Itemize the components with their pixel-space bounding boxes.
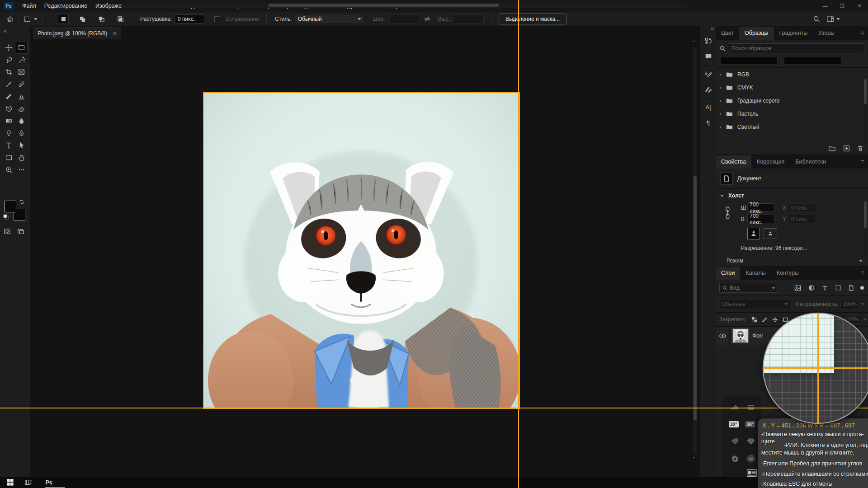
gradient-tool[interactable] — [2, 115, 15, 127]
feather-input[interactable]: 0 пикс. — [175, 14, 204, 23]
style-select[interactable]: Обычный — [295, 14, 364, 24]
scroll-up-arrow[interactable]: ⌃ — [692, 41, 696, 45]
layer-thumbnail[interactable] — [732, 328, 749, 343]
recent-swatch[interactable] — [784, 57, 842, 65]
tool-preset-icon[interactable] — [24, 15, 38, 23]
temp-32-badge[interactable]: 32° — [728, 419, 740, 429]
healing-brush-tool[interactable] — [15, 78, 28, 90]
filter-type-layers-icon[interactable] — [822, 285, 828, 291]
intersect-selection-mode-button[interactable] — [115, 14, 126, 24]
move-tool[interactable] — [2, 42, 15, 54]
minimize-button[interactable]: — — [816, 0, 834, 12]
eraser-tool[interactable] — [15, 103, 28, 115]
swatch-group-grayscale[interactable]: › Градации серого — [716, 94, 868, 107]
filter-shape-layers-icon[interactable] — [835, 285, 841, 291]
edit-toolbar-icon[interactable] — [15, 164, 28, 176]
blur-tool[interactable] — [15, 115, 28, 127]
workspace-icon[interactable] — [826, 16, 840, 23]
zoom-tool[interactable] — [2, 164, 15, 176]
windows-start-button[interactable] — [1, 477, 19, 488]
gem-icon[interactable] — [745, 436, 757, 446]
tab-paths[interactable]: Контуры — [771, 267, 804, 280]
tab-gradients[interactable]: Градиенты — [774, 27, 813, 40]
properties-scroll-thumb[interactable] — [864, 201, 867, 228]
vertical-scrollbar[interactable] — [693, 47, 697, 454]
layer-name[interactable]: Фон — [752, 333, 763, 339]
filter-toggle-dot[interactable] — [860, 286, 864, 290]
tab-libraries[interactable]: Библиотеки — [790, 155, 831, 169]
canvas-width-input[interactable]: 700 пикс. — [747, 203, 774, 212]
antialias-checkbox[interactable] — [214, 16, 220, 22]
restore-button[interactable]: ❐ — [834, 0, 851, 12]
swatch-group-rgb[interactable]: › RGB — [716, 68, 868, 81]
type-tool[interactable] — [2, 139, 15, 151]
tab-properties[interactable]: Свойства — [716, 155, 751, 169]
tab-swatches[interactable]: Образцы — [739, 27, 774, 40]
close-tab-icon[interactable]: ✕ — [113, 31, 117, 37]
horizontal-scrollbar[interactable] — [122, 3, 687, 8]
default-colors-icon[interactable] — [3, 214, 9, 220]
menu-file[interactable]: Файл — [18, 3, 40, 9]
collapse-panels-icon[interactable]: « — [711, 25, 713, 32]
brushes-panel-icon[interactable] — [700, 82, 716, 97]
tab-color[interactable]: Цвет — [716, 27, 739, 40]
layer-visibility-toggle[interactable] — [716, 327, 730, 345]
menu-edit[interactable]: Редактирование — [40, 3, 91, 9]
section-expand-icon[interactable] — [720, 195, 724, 197]
lock-transparency-icon[interactable] — [751, 317, 757, 323]
swatch-group-pastel[interactable]: › Пастель — [716, 107, 868, 120]
rectangle-tool[interactable] — [2, 151, 15, 164]
delete-icon[interactable] — [857, 145, 863, 152]
path-select-tool[interactable] — [15, 139, 28, 151]
magic-wand-tool[interactable] — [15, 54, 28, 66]
quick-mask-icon[interactable] — [4, 228, 11, 235]
dodge-tool[interactable] — [2, 127, 15, 139]
shoe-icon[interactable] — [729, 402, 741, 412]
comments-panel-icon[interactable] — [700, 49, 716, 64]
taskbar-photoshop-button[interactable]: Ps — [40, 477, 58, 488]
lock-pixels-icon[interactable] — [762, 317, 768, 323]
screen-mode-icon[interactable] — [17, 228, 24, 235]
subtract-selection-mode-button[interactable] — [96, 14, 107, 24]
swap-colors-icon[interactable] — [19, 199, 25, 205]
recent-swatch[interactable] — [720, 57, 778, 65]
link-dimensions-icon[interactable] — [725, 206, 731, 220]
collapse-tools-icon[interactable]: « — [4, 28, 6, 34]
swatch-group-cmyk[interactable]: › CMYK — [716, 81, 868, 94]
swatch-search-field[interactable] — [731, 45, 862, 52]
filter-pixel-layers-icon[interactable] — [794, 285, 801, 291]
rectangular-marquee-tool[interactable] — [15, 42, 28, 54]
tab-adjustments[interactable]: Коррекция — [751, 155, 790, 169]
vertical-scroll-thumb[interactable] — [693, 176, 697, 420]
panel-menu-icon[interactable]: ≡ — [861, 29, 864, 37]
close-button[interactable]: ✕ — [851, 0, 868, 12]
new-group-icon[interactable] — [828, 145, 836, 152]
character-panel-icon[interactable]: A| — [700, 99, 716, 115]
new-swatch-icon[interactable] — [843, 145, 850, 152]
landscape-orientation-button[interactable] — [764, 228, 777, 239]
panel-menu-icon[interactable]: ≡ — [861, 269, 864, 277]
brush-tool[interactable] — [2, 90, 15, 103]
tab-channels[interactable]: Каналы — [740, 267, 771, 280]
document-tab[interactable]: Photo.jpeg @ 100% (RGB/8) ✕ — [33, 27, 121, 39]
swatch-search-input[interactable] — [728, 43, 864, 53]
home-icon[interactable] — [6, 15, 14, 23]
history-brush-tool[interactable] — [2, 103, 15, 115]
capture-selection-rectangle[interactable] — [203, 92, 520, 409]
tab-layers[interactable]: Слои — [716, 267, 740, 280]
history-panel-icon[interactable] — [700, 33, 716, 49]
select-and-mask-button[interactable]: Выделение и маска... — [499, 14, 566, 24]
swap-dimensions-icon[interactable] — [424, 16, 431, 22]
qb-icon[interactable]: qb — [745, 454, 757, 464]
add-selection-mode-button[interactable] — [77, 14, 88, 24]
canvas-height-input[interactable]: 700 пикс. — [747, 215, 774, 223]
chevron-down-icon[interactable] — [859, 260, 863, 262]
frame-tool[interactable] — [15, 66, 28, 78]
swatches-scrollbar[interactable] — [863, 78, 867, 141]
panel-menu-icon[interactable]: ≡ — [861, 158, 864, 165]
new-selection-mode-button[interactable] — [58, 14, 69, 24]
crop-tool[interactable] — [2, 66, 15, 78]
brush-settings-panel-icon[interactable] — [700, 66, 716, 82]
layer-filter-select[interactable]: Вид — [719, 283, 778, 293]
tag-icon[interactable] — [729, 436, 741, 446]
